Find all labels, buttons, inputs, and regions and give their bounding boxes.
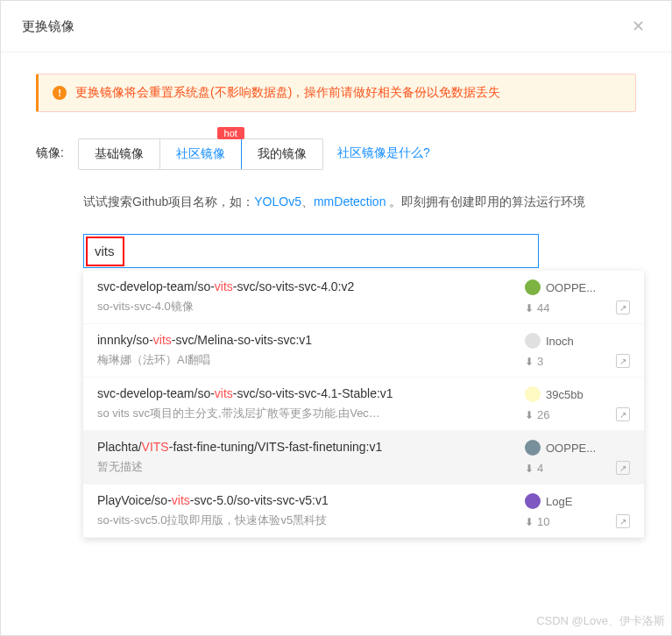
download-count: 4	[537, 462, 543, 475]
external-link-icon[interactable]	[616, 407, 630, 421]
image-type-row: 镜像: 基础镜像 hot 社区镜像 我的镜像 社区镜像是什么?	[36, 138, 636, 170]
result-left: PlayVoice/so-vits-svc-5.0/so-vits-svc-v5…	[97, 493, 514, 528]
tab-community-label: 社区镜像	[176, 146, 225, 160]
result-desc: 梅琳娜（法环）AI翻唱	[97, 352, 514, 368]
download-icon	[525, 408, 534, 421]
download-icon	[525, 462, 534, 475]
result-title: svc-develop-team/so-vits-svc/so-vits-svc…	[97, 279, 514, 293]
search-hint: 试试搜索Github项目名称，如：YOLOv5、mmDetection 。即刻拥…	[83, 191, 636, 213]
download-count: 3	[537, 355, 543, 368]
result-desc: so-vits-svc-4.0镜像	[97, 299, 514, 314]
warning-text: 更换镜像将会重置系统盘(不影响数据盘)，操作前请做好相关备份以免数据丢失	[75, 85, 500, 101]
author-name: 39c5bb	[546, 388, 584, 401]
external-link-icon[interactable]	[616, 354, 630, 368]
tab-community-image[interactable]: hot 社区镜像	[160, 139, 242, 169]
stats-row: 26	[525, 407, 630, 421]
result-desc: so-vits-svc5.0拉取即用版，快速体验v5黑科技	[97, 512, 514, 528]
hot-badge: hot	[217, 127, 244, 139]
download-icon	[525, 301, 534, 314]
form-label: 镜像:	[36, 138, 64, 161]
external-link-icon[interactable]	[616, 514, 630, 528]
change-image-modal: 更换镜像 ✕ ! 更换镜像将会重置系统盘(不影响数据盘)，操作前请做好相关备份以…	[0, 0, 672, 636]
search-wrapper: svc-develop-team/so-vits-svc/so-vits-svc…	[83, 234, 636, 268]
author-name: LogE	[546, 495, 572, 508]
avatar	[525, 440, 541, 456]
result-left: Plachta/VITS-fast-fine-tuning/VITS-fast-…	[97, 440, 514, 475]
avatar	[525, 333, 541, 349]
result-title: innnky/so-vits-svc/Melina-so-vits-svc:v1	[97, 333, 514, 347]
close-icon[interactable]: ✕	[626, 15, 650, 38]
author-row: Inoch	[525, 333, 630, 349]
modal-title: 更换镜像	[22, 18, 74, 35]
download-count: 10	[537, 515, 549, 528]
community-help-link[interactable]: 社区镜像是什么?	[337, 138, 430, 161]
download-icon	[525, 355, 534, 368]
author-name: Inoch	[546, 335, 574, 348]
result-item[interactable]: Plachta/VITS-fast-fine-tuning/VITS-fast-…	[83, 431, 644, 484]
search-results-dropdown: svc-develop-team/so-vits-svc/so-vits-svc…	[83, 271, 644, 538]
result-left: innnky/so-vits-svc/Melina-so-vits-svc:v1…	[97, 333, 514, 368]
author-name: OOPPE...	[546, 442, 596, 455]
result-item[interactable]: svc-develop-team/so-vits-svc/so-vits-svc…	[83, 378, 644, 431]
stats-row: 3	[525, 354, 630, 368]
avatar	[525, 386, 541, 402]
modal-body: ! 更换镜像将会重置系统盘(不影响数据盘)，操作前请做好相关备份以免数据丢失 镜…	[1, 53, 671, 289]
hint-link-yolov5[interactable]: YOLOv5	[254, 194, 301, 208]
tab-my-image[interactable]: 我的镜像	[242, 139, 322, 169]
author-row: OOPPE...	[525, 440, 630, 456]
external-link-icon[interactable]	[616, 300, 630, 314]
result-right: OOPPE...4	[525, 440, 630, 475]
author-row: LogE	[525, 493, 630, 509]
result-right: LogE10	[525, 493, 630, 528]
author-row: OOPPE...	[525, 279, 630, 295]
download-icon	[525, 515, 534, 528]
result-desc: so vits svc项目的主分支,带浅层扩散等更多功能.由Vec…	[97, 406, 514, 421]
download-count: 44	[537, 301, 549, 314]
result-title: svc-develop-team/so-vits-svc/so-vits-svc…	[97, 386, 514, 400]
download-count: 26	[537, 408, 549, 421]
avatar	[525, 279, 541, 295]
result-left: svc-develop-team/so-vits-svc/so-vits-svc…	[97, 279, 514, 314]
result-title: Plachta/VITS-fast-fine-tuning/VITS-fast-…	[97, 440, 514, 454]
result-title: PlayVoice/so-vits-svc-5.0/so-vits-svc-v5…	[97, 493, 514, 507]
stats-row: 10	[525, 514, 630, 528]
result-item[interactable]: svc-develop-team/so-vits-svc/so-vits-svc…	[83, 271, 644, 324]
hint-link-mmdetection[interactable]: mmDetection	[314, 194, 386, 208]
result-right: 39c5bb26	[525, 386, 630, 421]
image-type-tabs: 基础镜像 hot 社区镜像 我的镜像	[78, 138, 323, 170]
external-link-icon[interactable]	[616, 461, 630, 475]
search-input[interactable]	[83, 234, 539, 268]
warning-icon: !	[53, 86, 67, 100]
tab-basic-image[interactable]: 基础镜像	[79, 139, 160, 169]
result-desc: 暂无描述	[97, 459, 514, 475]
author-name: OOPPE...	[546, 281, 596, 294]
stats-row: 4	[525, 461, 630, 475]
modal-header: 更换镜像 ✕	[1, 1, 671, 53]
avatar	[525, 493, 541, 509]
stats-row: 44	[525, 300, 630, 314]
result-left: svc-develop-team/so-vits-svc/so-vits-svc…	[97, 386, 514, 421]
warning-alert: ! 更换镜像将会重置系统盘(不影响数据盘)，操作前请做好相关备份以免数据丢失	[36, 74, 636, 112]
result-item[interactable]: innnky/so-vits-svc/Melina-so-vits-svc:v1…	[83, 324, 644, 378]
result-right: OOPPE...44	[525, 279, 630, 314]
result-right: Inoch3	[525, 333, 630, 368]
author-row: 39c5bb	[525, 386, 630, 402]
result-item[interactable]: PlayVoice/so-vits-svc-5.0/so-vits-svc-v5…	[83, 484, 644, 538]
